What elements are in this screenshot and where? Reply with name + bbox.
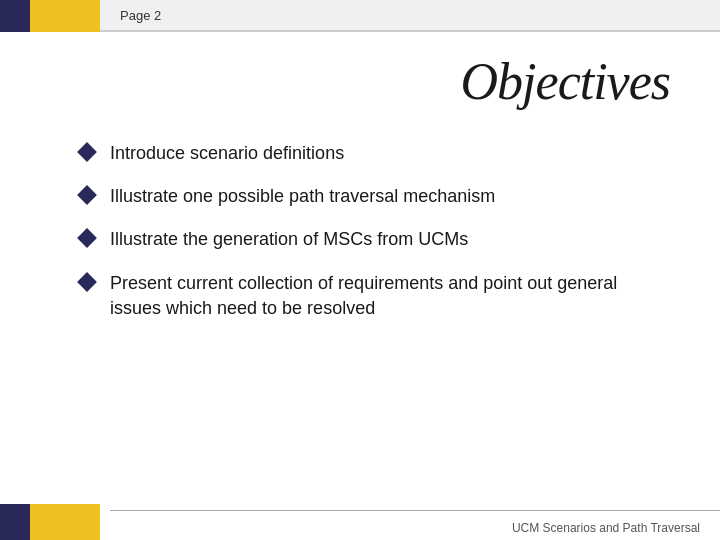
slide-title: Objectives — [50, 52, 670, 111]
page-label: Page 2 — [120, 8, 161, 23]
list-item: Illustrate one possible path traversal m… — [80, 184, 670, 209]
list-item: Introduce scenario definitions — [80, 141, 670, 166]
bullet-text: Introduce scenario definitions — [110, 141, 670, 166]
footer-text: UCM Scenarios and Path Traversal — [110, 521, 720, 535]
bullet-text: Illustrate one possible path traversal m… — [110, 184, 670, 209]
top-yellow-block — [30, 0, 100, 32]
footer-yellow-block — [30, 504, 100, 540]
bullet-list: Introduce scenario definitions Illustrat… — [80, 141, 670, 321]
list-item: Illustrate the generation of MSCs from U… — [80, 227, 670, 252]
top-bar: Page 2 — [0, 0, 720, 32]
list-item: Present current collection of requiremen… — [80, 271, 670, 321]
top-accent-block — [0, 0, 30, 32]
footer-dark-block — [0, 504, 30, 540]
footer: UCM Scenarios and Path Traversal — [0, 504, 720, 540]
bullet-icon — [77, 228, 97, 248]
bullet-text: Present current collection of requiremen… — [110, 271, 670, 321]
bullet-icon — [77, 272, 97, 292]
slide-content: Objectives Introduce scenario definition… — [0, 32, 720, 359]
bullet-icon — [77, 142, 97, 162]
bullet-text: Illustrate the generation of MSCs from U… — [110, 227, 670, 252]
bullet-icon — [77, 185, 97, 205]
